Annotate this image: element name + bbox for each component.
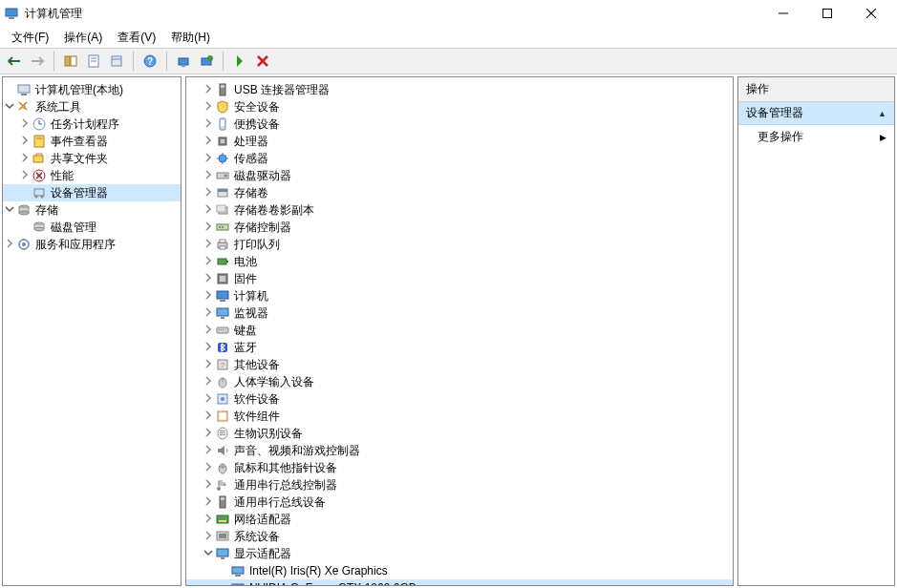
tree-item[interactable]: 人体学输入设备 [186,373,733,390]
tree-item[interactable]: 存储卷卷影副本 [186,201,733,219]
tree-item[interactable]: 磁盘驱动器 [186,167,733,184]
expand-icon[interactable] [202,101,215,113]
collapse-icon[interactable] [3,204,16,216]
tree-item[interactable]: 蓝牙 [186,339,733,356]
help-button[interactable]: ? [139,51,160,72]
expand-icon[interactable] [18,170,32,181]
tree-item[interactable]: 打印队列 [186,236,733,253]
minimize-button[interactable] [761,0,805,27]
expand-icon[interactable] [202,462,215,473]
tree-item[interactable]: 通用串行总线控制器 [186,476,733,494]
device-tree-pane[interactable]: USB 连接器管理器安全设备便携设备处理器传感器磁盘驱动器存储卷存储卷卷影副本存… [185,76,734,586]
enable-device-button[interactable] [229,51,250,72]
collapse-icon[interactable] [202,548,215,559]
forward-button[interactable] [27,51,48,72]
tree-item[interactable]: 存储控制器 [186,219,733,236]
tree-item[interactable]: 任务计划程序 [3,116,181,133]
show-hide-tree-button[interactable] [60,51,81,72]
tree-item[interactable]: 事件查看器 [3,133,181,150]
menu-file[interactable]: 文件(F) [4,28,56,48]
svg-point-55 [222,226,224,228]
tree-item[interactable]: 计算机 [186,287,733,304]
expand-icon[interactable] [202,479,215,491]
menu-view[interactable]: 查看(V) [110,28,163,48]
tree-item[interactable]: 便携设备 [186,116,733,133]
expand-icon[interactable] [202,428,215,439]
tree-item-label: 服务和应用程序 [35,237,116,253]
expand-icon[interactable] [202,273,215,284]
tree-item[interactable]: 共享文件夹 [3,150,181,167]
expand-icon[interactable] [202,187,215,199]
tree-item[interactable]: 安全设备 [186,98,733,116]
expand-icon[interactable] [202,325,215,336]
expand-icon[interactable] [202,256,215,267]
expand-icon[interactable] [202,496,215,508]
expand-icon[interactable] [202,376,215,388]
expand-icon[interactable] [202,393,215,405]
refresh-button[interactable] [196,51,217,72]
scan-button[interactable] [173,51,194,72]
expand-icon[interactable] [202,153,215,164]
tree-item[interactable]: 软件组件 [186,408,733,425]
toolbar: ? [0,48,897,74]
expand-icon[interactable] [202,290,215,302]
expand-icon[interactable] [18,153,32,164]
tree-item[interactable]: 计算机管理(本地) [3,81,181,98]
expand-icon[interactable] [202,514,215,525]
tree-item[interactable]: ?其他设备 [186,356,733,373]
tree-item[interactable]: 设备管理器 [3,184,181,201]
close-button[interactable] [849,0,893,27]
tree-item[interactable]: 存储卷 [186,184,733,201]
sensor-icon [215,151,230,166]
expand-icon[interactable] [202,307,215,319]
tree-item[interactable]: 鼠标和其他指针设备 [186,459,733,476]
collapse-icon[interactable] [3,101,16,113]
expand-icon[interactable] [202,170,215,181]
export-button[interactable] [106,51,127,72]
tree-item[interactable]: USB 连接器管理器 [186,81,733,98]
expand-icon[interactable] [202,84,215,95]
expand-icon[interactable] [18,136,32,147]
action-more[interactable]: 更多操作 ▶ [738,125,894,149]
tree-item[interactable]: 性能 [3,167,181,184]
tree-item[interactable]: 系统工具 [3,98,181,116]
tree-item[interactable]: Intel(R) Iris(R) Xe Graphics [186,562,733,579]
expand-icon[interactable] [202,531,215,542]
properties-button[interactable] [83,51,104,72]
expand-icon[interactable] [202,118,215,130]
tree-item[interactable]: 监视器 [186,304,733,322]
maximize-button[interactable] [805,0,849,27]
expand-icon[interactable] [3,239,16,250]
menu-action[interactable]: 操作(A) [56,28,110,48]
tree-item[interactable]: 显示适配器 [186,545,733,562]
tree-item[interactable]: 通用串行总线设备 [186,494,733,511]
actions-context[interactable]: 设备管理器 ▲ [738,102,894,125]
expand-icon[interactable] [202,136,215,147]
back-button[interactable] [4,51,25,72]
console-tree-pane[interactable]: 计算机管理(本地)系统工具任务计划程序事件查看器共享文件夹性能设备管理器存储磁盘… [2,76,182,586]
expand-icon[interactable] [18,118,32,130]
disable-device-button[interactable] [252,51,273,72]
tree-item[interactable]: 键盘 [186,322,733,339]
expand-icon[interactable] [202,239,215,250]
menu-help[interactable]: 帮助(H) [163,28,218,48]
tree-item[interactable]: 磁盘管理 [3,219,181,236]
tree-item[interactable]: NVIDIA GeForce GTX 1060 6GB [186,579,733,586]
tree-item[interactable]: 声音、视频和游戏控制器 [186,442,733,459]
tree-item[interactable]: 系统设备 [186,528,733,545]
expand-icon[interactable] [202,204,215,216]
expand-icon[interactable] [202,359,215,370]
tree-item[interactable]: 服务和应用程序 [3,236,181,253]
expand-icon[interactable] [202,410,215,422]
tree-item[interactable]: 存储 [3,201,181,219]
tree-item[interactable]: 软件设备 [186,390,733,408]
expand-icon[interactable] [202,221,215,233]
expand-icon[interactable] [202,342,215,353]
tree-item[interactable]: 固件 [186,270,733,287]
tree-item[interactable]: 生物识别设备 [186,425,733,442]
tree-item[interactable]: 电池 [186,253,733,270]
tree-item[interactable]: 处理器 [186,133,733,150]
tree-item[interactable]: 网络适配器 [186,511,733,528]
tree-item[interactable]: 传感器 [186,150,733,167]
expand-icon[interactable] [202,445,215,456]
